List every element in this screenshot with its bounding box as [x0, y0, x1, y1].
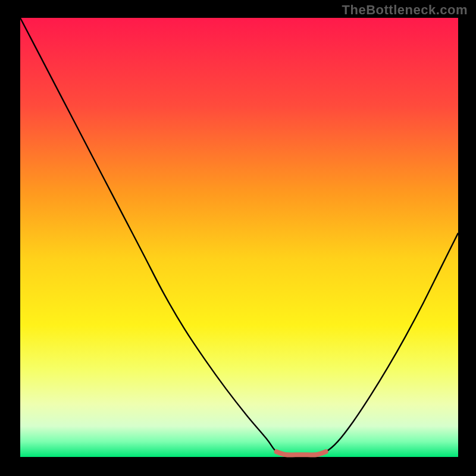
plot-background: [20, 18, 458, 457]
chart-canvas: [0, 0, 476, 476]
watermark-text: TheBottleneck.com: [342, 2, 468, 18]
bottleneck-chart: TheBottleneck.com: [0, 0, 476, 476]
